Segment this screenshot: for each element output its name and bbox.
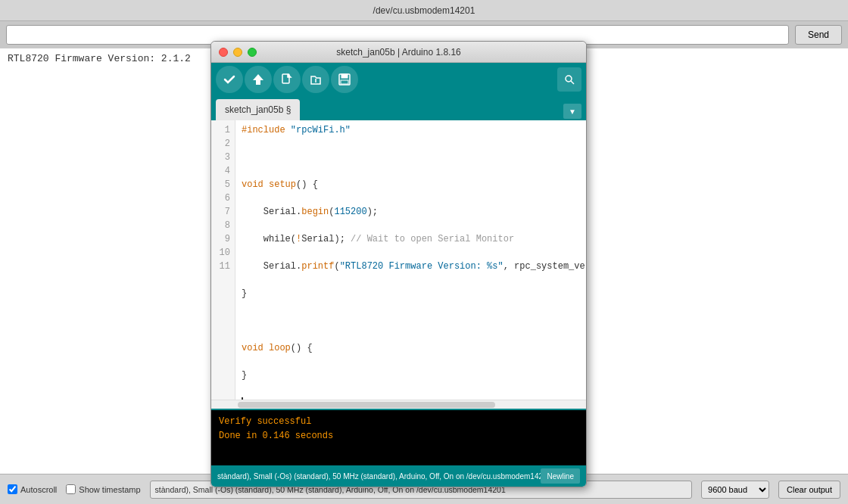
show-timestamp-label: Show timestamp [79,485,140,494]
autoscroll-checkbox[interactable] [8,484,17,494]
arduino-status-strip: stàndard), Small (-Os) (standard), 50 MH… [211,465,586,487]
code-editor[interactable]: 1 2 3 4 5 6 7 8 9 10 11 #include "rpcWiF… [211,120,586,400]
console-line-1: Verify successful [219,415,578,429]
newline-button[interactable]: Newline [541,468,580,484]
code-hscroll[interactable] [211,400,586,409]
show-timestamp-checkbox[interactable] [66,484,76,494]
svg-line-6 [571,81,574,84]
arduino-ide-window: sketch_jan05b | Arduino 1.8.16 [210,41,587,487]
new-button[interactable] [273,66,301,93]
maximize-button[interactable] [248,48,257,57]
tab-dropdown-button[interactable]: ▼ [563,104,581,119]
svg-rect-4 [341,80,348,84]
open-button[interactable] [302,66,329,93]
console-line-2: Done in 0.146 seconds [219,429,578,443]
autoscroll-label: Autoscroll [20,485,57,494]
code-hscroll-thumb [238,402,495,408]
serial-output-text: RTL8720 Firmware Version: 2.1.2 [8,53,191,64]
send-button[interactable]: Send [795,25,842,45]
baud-select[interactable]: 9600 baud [701,481,769,499]
arduino-window-title: sketch_jan05b | Arduino 1.8.16 [336,47,461,58]
serial-monitor-title: /dev/cu.usbmodem14201 [373,5,475,16]
minimize-button[interactable] [233,48,242,57]
arduino-toolbar [211,63,586,96]
search-button[interactable] [557,67,581,92]
line-numbers: 1 2 3 4 5 6 7 8 9 10 11 [211,120,235,400]
code-content[interactable]: #include "rpcWiFi.h" void setup() { Seri… [235,120,586,400]
upload-button[interactable] [245,66,272,93]
svg-rect-3 [341,74,348,78]
status-strip-text: stàndard), Small (-Os) (standard), 50 MH… [217,472,541,481]
serial-monitor-titlebar: /dev/cu.usbmodem14201 [0,0,848,21]
sketch-tab[interactable]: sketch_jan05b § [216,99,300,120]
tabs-bar-end: ▼ [300,104,581,120]
clear-output-button[interactable]: Clear output [778,481,840,499]
show-timestamp-group: Show timestamp [66,484,140,494]
svg-marker-0 [253,74,263,85]
close-button[interactable] [219,48,228,57]
tabs-bar: sketch_jan05b § ▼ [211,96,586,120]
verify-button[interactable] [216,66,243,93]
window-controls [219,48,257,57]
arduino-titlebar: sketch_jan05b | Arduino 1.8.16 [211,42,586,63]
save-button[interactable] [331,66,358,93]
tab-name: sketch_jan05b § [225,104,291,115]
autoscroll-group: Autoscroll [8,484,57,494]
svg-point-5 [566,76,572,82]
console-area: Verify successful Done in 0.146 seconds [211,409,586,465]
